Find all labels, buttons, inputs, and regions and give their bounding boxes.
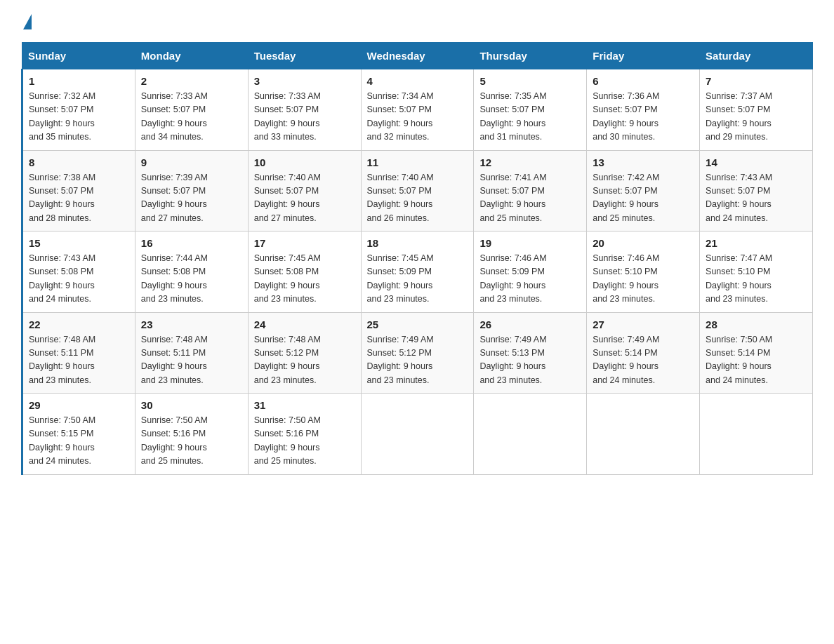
day-number: 13 (593, 156, 694, 168)
day-info: Sunrise: 7:49 AMSunset: 5:13 PMDaylight:… (479, 335, 546, 385)
calendar-cell: 29Sunrise: 7:50 AMSunset: 5:15 PMDayligh… (22, 394, 135, 475)
calendar-header: Sunday Monday Tuesday Wednesday Thursday… (22, 43, 813, 69)
day-info: Sunrise: 7:47 AMSunset: 5:10 PMDaylight:… (706, 253, 772, 304)
logo-triangle-icon (23, 14, 32, 29)
calendar-cell (700, 394, 813, 475)
calendar-cell: 18Sunrise: 7:45 AMSunset: 5:09 PMDayligh… (361, 232, 474, 313)
header-row: Sunday Monday Tuesday Wednesday Thursday… (22, 43, 813, 69)
calendar-cell: 14Sunrise: 7:43 AMSunset: 5:07 PMDayligh… (700, 150, 813, 232)
col-thursday: Thursday (474, 43, 587, 69)
day-info: Sunrise: 7:50 AMSunset: 5:16 PMDaylight:… (254, 415, 321, 466)
day-info: Sunrise: 7:48 AMSunset: 5:11 PMDaylight:… (29, 335, 95, 385)
calendar-week-row: 22Sunrise: 7:48 AMSunset: 5:11 PMDayligh… (22, 312, 813, 394)
day-info: Sunrise: 7:48 AMSunset: 5:11 PMDaylight:… (141, 335, 208, 385)
calendar-cell: 15Sunrise: 7:43 AMSunset: 5:08 PMDayligh… (22, 232, 135, 313)
day-number: 17 (254, 237, 355, 249)
calendar-cell: 8Sunrise: 7:38 AMSunset: 5:07 PMDaylight… (22, 150, 135, 232)
day-number: 30 (141, 399, 242, 411)
calendar-cell: 25Sunrise: 7:49 AMSunset: 5:12 PMDayligh… (361, 312, 474, 394)
day-number: 10 (254, 156, 355, 168)
day-number: 31 (254, 399, 355, 411)
logo (21, 14, 32, 28)
calendar-cell: 16Sunrise: 7:44 AMSunset: 5:08 PMDayligh… (135, 232, 248, 313)
day-number: 15 (29, 237, 129, 249)
day-number: 23 (141, 318, 242, 330)
day-info: Sunrise: 7:46 AMSunset: 5:10 PMDaylight:… (593, 253, 659, 304)
day-info: Sunrise: 7:41 AMSunset: 5:07 PMDaylight:… (479, 173, 546, 223)
day-info: Sunrise: 7:44 AMSunset: 5:08 PMDaylight:… (141, 253, 208, 304)
day-number: 22 (29, 318, 129, 330)
day-info: Sunrise: 7:45 AMSunset: 5:08 PMDaylight:… (254, 253, 321, 304)
day-info: Sunrise: 7:39 AMSunset: 5:07 PMDaylight:… (141, 173, 208, 223)
calendar-week-row: 15Sunrise: 7:43 AMSunset: 5:08 PMDayligh… (22, 232, 813, 313)
day-number: 20 (593, 237, 694, 249)
day-info: Sunrise: 7:36 AMSunset: 5:07 PMDaylight:… (593, 91, 659, 142)
calendar-week-row: 29Sunrise: 7:50 AMSunset: 5:15 PMDayligh… (22, 394, 813, 475)
day-info: Sunrise: 7:43 AMSunset: 5:08 PMDaylight:… (29, 253, 95, 304)
day-info: Sunrise: 7:35 AMSunset: 5:07 PMDaylight:… (479, 91, 546, 142)
calendar-cell: 10Sunrise: 7:40 AMSunset: 5:07 PMDayligh… (248, 150, 361, 232)
calendar-cell: 9Sunrise: 7:39 AMSunset: 5:07 PMDaylight… (135, 150, 248, 232)
calendar-cell: 19Sunrise: 7:46 AMSunset: 5:09 PMDayligh… (474, 232, 587, 313)
calendar-table: Sunday Monday Tuesday Wednesday Thursday… (21, 42, 813, 475)
col-wednesday: Wednesday (361, 43, 474, 69)
day-info: Sunrise: 7:43 AMSunset: 5:07 PMDaylight:… (706, 173, 772, 223)
day-number: 12 (479, 156, 581, 168)
calendar-cell: 4Sunrise: 7:34 AMSunset: 5:07 PMDaylight… (361, 69, 474, 151)
day-info: Sunrise: 7:46 AMSunset: 5:09 PMDaylight:… (479, 253, 546, 304)
col-friday: Friday (587, 43, 700, 69)
day-number: 18 (367, 237, 468, 249)
col-sunday: Sunday (22, 43, 135, 69)
calendar-week-row: 1Sunrise: 7:32 AMSunset: 5:07 PMDaylight… (22, 69, 813, 151)
calendar-cell: 26Sunrise: 7:49 AMSunset: 5:13 PMDayligh… (474, 312, 587, 394)
day-info: Sunrise: 7:34 AMSunset: 5:07 PMDaylight:… (367, 91, 434, 142)
day-info: Sunrise: 7:50 AMSunset: 5:14 PMDaylight:… (706, 335, 772, 385)
calendar-cell (587, 394, 700, 475)
day-number: 4 (367, 75, 468, 87)
calendar-cell: 28Sunrise: 7:50 AMSunset: 5:14 PMDayligh… (700, 312, 813, 394)
calendar-cell: 21Sunrise: 7:47 AMSunset: 5:10 PMDayligh… (700, 232, 813, 313)
day-number: 11 (367, 156, 468, 168)
day-number: 21 (706, 237, 807, 249)
day-number: 28 (706, 318, 807, 330)
calendar-cell (474, 394, 587, 475)
day-number: 9 (141, 156, 242, 168)
day-info: Sunrise: 7:49 AMSunset: 5:12 PMDaylight:… (367, 335, 434, 385)
day-info: Sunrise: 7:40 AMSunset: 5:07 PMDaylight:… (254, 173, 321, 223)
calendar-week-row: 8Sunrise: 7:38 AMSunset: 5:07 PMDaylight… (22, 150, 813, 232)
day-number: 24 (254, 318, 355, 330)
day-info: Sunrise: 7:38 AMSunset: 5:07 PMDaylight:… (29, 173, 95, 223)
calendar-cell: 17Sunrise: 7:45 AMSunset: 5:08 PMDayligh… (248, 232, 361, 313)
calendar-cell: 5Sunrise: 7:35 AMSunset: 5:07 PMDaylight… (474, 69, 587, 151)
day-number: 16 (141, 237, 242, 249)
day-info: Sunrise: 7:33 AMSunset: 5:07 PMDaylight:… (141, 91, 208, 142)
calendar-cell: 24Sunrise: 7:48 AMSunset: 5:12 PMDayligh… (248, 312, 361, 394)
calendar-cell: 31Sunrise: 7:50 AMSunset: 5:16 PMDayligh… (248, 394, 361, 475)
day-info: Sunrise: 7:49 AMSunset: 5:14 PMDaylight:… (593, 335, 659, 385)
calendar-body: 1Sunrise: 7:32 AMSunset: 5:07 PMDaylight… (22, 69, 813, 475)
day-info: Sunrise: 7:45 AMSunset: 5:09 PMDaylight:… (367, 253, 434, 304)
calendar-cell: 3Sunrise: 7:33 AMSunset: 5:07 PMDaylight… (248, 69, 361, 151)
calendar-cell: 27Sunrise: 7:49 AMSunset: 5:14 PMDayligh… (587, 312, 700, 394)
calendar-cell: 13Sunrise: 7:42 AMSunset: 5:07 PMDayligh… (587, 150, 700, 232)
day-number: 8 (29, 156, 129, 168)
day-number: 7 (706, 75, 807, 87)
calendar-cell: 6Sunrise: 7:36 AMSunset: 5:07 PMDaylight… (587, 69, 700, 151)
day-info: Sunrise: 7:32 AMSunset: 5:07 PMDaylight:… (29, 91, 95, 142)
col-monday: Monday (135, 43, 248, 69)
day-info: Sunrise: 7:50 AMSunset: 5:16 PMDaylight:… (141, 415, 208, 466)
calendar-cell: 12Sunrise: 7:41 AMSunset: 5:07 PMDayligh… (474, 150, 587, 232)
day-number: 25 (367, 318, 468, 330)
day-info: Sunrise: 7:40 AMSunset: 5:07 PMDaylight:… (367, 173, 434, 223)
calendar-cell: 20Sunrise: 7:46 AMSunset: 5:10 PMDayligh… (587, 232, 700, 313)
day-info: Sunrise: 7:33 AMSunset: 5:07 PMDaylight:… (254, 91, 321, 142)
day-number: 29 (29, 399, 129, 411)
day-number: 14 (706, 156, 807, 168)
calendar-cell: 23Sunrise: 7:48 AMSunset: 5:11 PMDayligh… (135, 312, 248, 394)
page-header (21, 14, 813, 28)
calendar-cell (361, 394, 474, 475)
day-info: Sunrise: 7:48 AMSunset: 5:12 PMDaylight:… (254, 335, 321, 385)
col-saturday: Saturday (700, 43, 813, 69)
day-info: Sunrise: 7:50 AMSunset: 5:15 PMDaylight:… (29, 415, 95, 466)
col-tuesday: Tuesday (248, 43, 361, 69)
